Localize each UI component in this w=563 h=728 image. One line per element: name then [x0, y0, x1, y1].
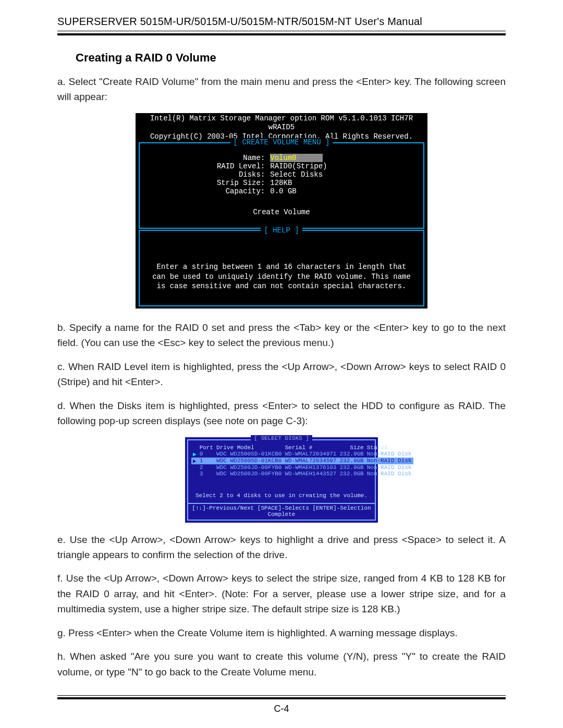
page-number: C-4 — [274, 704, 289, 714]
paragraph-c: c. When RAID Level item is highlighted, … — [57, 359, 506, 390]
col-status: Status — [365, 445, 413, 451]
bios-create-volume-button[interactable]: Create Volume — [140, 203, 423, 228]
bios-value-name[interactable]: Volum0 — [270, 154, 322, 162]
disk-row[interactable]: 2 WDC WD2500JD-00FYB0 WD-WMAEH1376103 23… — [191, 464, 413, 471]
bios-header-line-1: Intel(R) Matrix Storage Manager option R… — [136, 114, 427, 132]
disk-row[interactable]: ▶ 1 WDC WD2500SD-01KCB0 WD-WMAL72034597 … — [191, 458, 413, 464]
paragraph-d: d. When the Disks item is highlighted, p… — [57, 398, 506, 429]
footer-rule-thin — [57, 695, 506, 696]
popup-instruction: Select 2 to 4 disks to use in creating t… — [191, 477, 372, 500]
triangle-icon: ▶ — [191, 451, 198, 458]
bios-value-strip-size[interactable]: 128KB — [270, 179, 423, 187]
bios-help-text: Enter a string between 1 and 16 characte… — [152, 262, 411, 291]
bios-label-strip-size: Strip Size: — [140, 179, 265, 187]
paragraph-b: b. Specify a name for the RAID 0 set and… — [57, 320, 506, 351]
paragraph-e: e. Use the <Up Arrow>, <Down Arrow> keys… — [57, 532, 506, 563]
paragraph-h: h. When asked "Are you sure you want to … — [57, 649, 506, 680]
bios-help-title: [ HELP ] — [261, 226, 302, 235]
bios-create-volume-screen: Intel(R) Matrix Storage Manager option R… — [136, 113, 427, 309]
bios-value-capacity: 0.0 GB — [270, 187, 423, 195]
triangle-icon: ▶ — [191, 458, 198, 464]
bios-label-capacity: Capacity: — [140, 187, 265, 195]
bios-value-disks[interactable]: Select Disks — [270, 170, 423, 179]
triangle-icon — [191, 464, 198, 471]
triangle-icon — [191, 471, 198, 477]
col-size: Size — [338, 445, 365, 451]
paragraph-f: f. Use the <Up Arrow>, <Down Arrow> keys… — [57, 571, 506, 616]
col-serial: Serial # — [283, 445, 338, 451]
bios-create-menu-title: [ CREATE VOLUME MENU ] — [230, 138, 333, 146]
bios-value-raid-level[interactable]: RAID0(Stripe) — [270, 162, 423, 170]
header-rule-thin — [57, 31, 506, 31]
bios-label-name: Name: — [140, 154, 265, 162]
col-port: Port — [198, 445, 215, 451]
col-model: Drive Model — [215, 445, 283, 451]
paragraph-a: a. Select "Create RAID Volume" from the … — [57, 74, 506, 105]
disk-row[interactable]: 3 WDC WD2500JD-00FYB0 WD-WMAEH1443527 23… — [191, 471, 413, 477]
popup-title: [ SELECT DISKS ] — [251, 435, 312, 441]
footer-rule-thick — [57, 697, 506, 699]
disk-row[interactable]: ▶ 0 WDC WD2500SD-01KCB0 WD-WMAL72034971 … — [191, 451, 413, 458]
section-title: Creating a RAID 0 Volume — [57, 51, 506, 65]
bios-label-disks: Disks: — [140, 170, 265, 179]
bios-label-raid-level: RAID Level: — [140, 162, 265, 170]
running-header: SUPERSERVER 5015M-UR/5015M-U/5015M-NTR/5… — [57, 16, 506, 31]
disk-table: Port Drive Model Serial # Size Status ▶ … — [191, 445, 413, 477]
popup-footer-keys: [↑↓]-Previous/Next [SPACE]-Selects [ENTE… — [188, 503, 375, 520]
paragraph-g: g. Press <Enter> when the Create Volume … — [57, 625, 506, 640]
header-rule-thick — [57, 33, 506, 35]
select-disks-popup: [ SELECT DISKS ] Port Drive Model Serial… — [185, 437, 378, 523]
disk-table-header: Port Drive Model Serial # Size Status — [191, 445, 413, 451]
